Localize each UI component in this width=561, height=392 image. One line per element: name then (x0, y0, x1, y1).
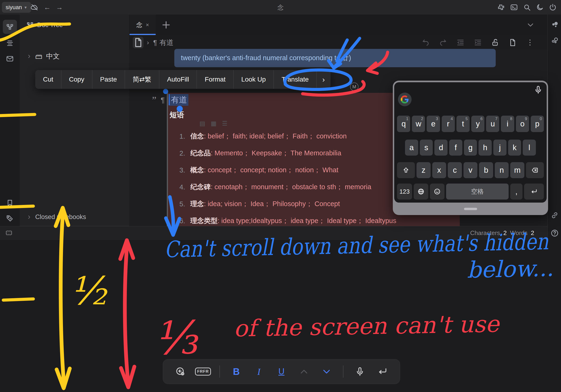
paragraph-icon[interactable]: ¶ (161, 96, 165, 105)
menu-item-format[interactable]: Format (197, 70, 233, 89)
more-button[interactable] (526, 38, 534, 47)
chevron-right-icon[interactable] (27, 215, 32, 219)
key-n[interactable]: n (495, 162, 509, 178)
key-a[interactable]: a (405, 140, 418, 156)
globe-key[interactable] (414, 184, 428, 199)
bold-button[interactable]: B (230, 365, 242, 378)
workspace-button[interactable]: siyuan ▼ (2, 2, 31, 13)
expand-icon[interactable] (5, 229, 13, 237)
key-b[interactable]: b (479, 162, 493, 178)
key-q[interactable]: q1 (397, 116, 410, 132)
help-icon[interactable] (550, 229, 559, 237)
power-icon[interactable] (549, 3, 557, 11)
move-down-button[interactable] (320, 365, 333, 378)
graph-icon[interactable] (550, 21, 559, 29)
link-icon[interactable] (550, 211, 559, 219)
unlock-button[interactable] (491, 38, 499, 47)
section-heading[interactable]: 短语 (170, 110, 184, 120)
forward-icon[interactable]: → (56, 3, 63, 11)
key-c[interactable]: c (448, 162, 462, 178)
selection-handle-start[interactable] (163, 89, 168, 94)
menu-item-copy[interactable]: Copy (61, 70, 92, 89)
key-z[interactable]: z (417, 162, 431, 178)
revert-button[interactable] (174, 365, 186, 378)
moon-icon[interactable] (536, 3, 544, 11)
key-o[interactable]: o9 (516, 116, 529, 132)
bookmark-dock-button[interactable] (3, 196, 17, 210)
backspace-key[interactable] (526, 162, 544, 178)
back-icon[interactable]: ← (44, 3, 51, 11)
key-m[interactable]: m (510, 162, 524, 178)
menu-item-cut[interactable]: Cut (35, 70, 61, 89)
menu-item-autofill[interactable]: AutoFill (159, 70, 197, 89)
selection-handle-end[interactable] (177, 106, 183, 112)
space-key[interactable]: 空格 (446, 184, 509, 199)
tab-active[interactable]: 念 × (129, 15, 156, 35)
key-k[interactable]: k (508, 140, 521, 156)
notebook-item[interactable]: 🗃 中文 (27, 52, 60, 61)
key-g[interactable]: g (464, 140, 477, 156)
numbers-key[interactable]: 123 (397, 184, 412, 199)
keyboard-mic-icon[interactable] (534, 85, 543, 95)
key-v[interactable]: v (464, 162, 478, 178)
network-icon[interactable] (550, 36, 559, 45)
doc-title-selected[interactable]: 有道 (170, 94, 188, 106)
menu-item-paste[interactable]: Paste (92, 70, 125, 89)
key-h[interactable]: h (479, 140, 492, 156)
key-y[interactable]: y6 (471, 116, 485, 132)
search-icon[interactable] (523, 3, 531, 11)
shift-key[interactable] (397, 162, 415, 178)
chevron-right-icon[interactable] (27, 54, 32, 59)
menu-item-translate[interactable]: Translate (273, 70, 316, 89)
close-icon[interactable]: × (146, 22, 149, 28)
key-j[interactable]: j (493, 140, 507, 156)
menu-item-look-up[interactable]: Look Up (233, 70, 273, 89)
tag-dock-button[interactable] (3, 211, 17, 226)
key-w[interactable]: w2 (412, 116, 425, 132)
m-badge[interactable]: M (350, 83, 358, 91)
cloud-off-icon[interactable] (31, 3, 39, 11)
mic-button[interactable] (354, 365, 366, 378)
breadcrumb-title[interactable]: 有道 (159, 38, 173, 47)
key-i[interactable]: i8 (501, 116, 514, 132)
extensions-icon[interactable] (497, 3, 505, 11)
new-tab-button[interactable] (161, 20, 171, 30)
redo-button[interactable] (439, 38, 447, 47)
italic-button[interactable]: I (253, 365, 265, 378)
key-f[interactable]: f (449, 140, 462, 156)
terminal-icon[interactable] (510, 3, 518, 11)
selected-text-bar[interactable]: twenty (banker's anti-fraud numeral corr… (174, 49, 496, 67)
blockquote-icon[interactable]: ” (152, 95, 156, 106)
doc-button[interactable] (508, 38, 517, 47)
return-button[interactable] (376, 365, 388, 378)
undo-button[interactable] (421, 38, 430, 47)
keyboard-drag-handle[interactable] (464, 208, 477, 210)
doc-tree-dock-button[interactable] (3, 20, 17, 34)
key-s[interactable]: s (420, 140, 433, 156)
menu-more-chevron[interactable]: › (316, 70, 331, 89)
comma-key[interactable]: , (510, 184, 522, 199)
key-t[interactable]: t5 (456, 116, 470, 132)
menu-item-[interactable]: 简⇄繁 (125, 70, 159, 89)
move-up-button[interactable] (298, 365, 310, 378)
outline-dock-button[interactable] (3, 36, 17, 50)
tab-list-chevron-icon[interactable] (526, 21, 535, 29)
breadcrumb-file-icon[interactable] (133, 37, 143, 48)
floating-keyboard[interactable]: q1w2e3r4t5y6u7i8o9p0asdfghjklzxcvbnm123空… (393, 81, 548, 215)
return-key[interactable] (524, 184, 544, 199)
underline-button[interactable]: U (275, 365, 288, 378)
key-l[interactable]: l (523, 140, 536, 156)
inbox-dock-button[interactable] (3, 52, 17, 66)
indent-button[interactable] (474, 38, 482, 47)
closed-notebooks-item[interactable]: Closed notebooks (27, 213, 86, 221)
key-x[interactable]: x (432, 162, 446, 178)
key-e[interactable]: e3 (427, 116, 440, 132)
emoji-key[interactable] (430, 184, 444, 199)
key-u[interactable]: u7 (486, 116, 499, 132)
outdent-button[interactable] (456, 38, 465, 47)
key-d[interactable]: d (434, 140, 448, 156)
key-r[interactable]: r4 (442, 116, 455, 132)
google-logo[interactable] (398, 93, 412, 106)
frfr-badge[interactable]: FRFR (197, 365, 209, 378)
key-p[interactable]: p0 (531, 116, 544, 132)
